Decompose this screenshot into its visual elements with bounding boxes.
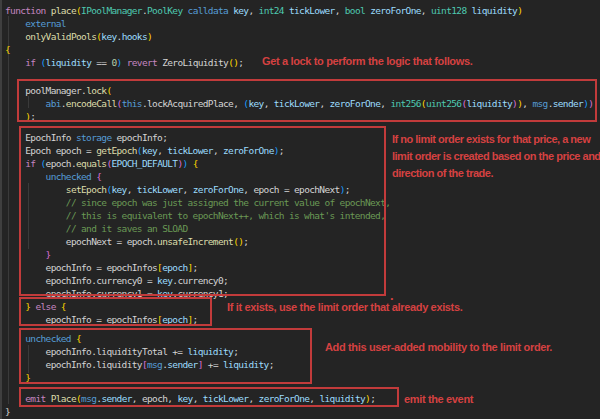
annotation-no-limit-order: If no limit order exists for that price,… — [392, 131, 600, 182]
annotation-box-epoch-creation — [19, 126, 386, 296]
editor-left-border — [0, 0, 2, 419]
annotation-add-mobility: Add this user-added mobility to the limi… — [325, 339, 552, 355]
annotation-if-exists: If it exists, use the limit order that a… — [227, 299, 462, 315]
code-editor: function place(IPoolManager.PoolKey call… — [0, 0, 600, 419]
annotation-box-unchecked-add — [19, 328, 312, 384]
code-line: function place(IPoolManager.PoolKey call… — [5, 4, 600, 17]
code-line: onlyValidPools(key.hooks) — [5, 30, 600, 43]
annotation-box-else-branch — [19, 297, 212, 326]
code-line: external — [5, 17, 600, 30]
annotation-get-lock: Get a lock to perform the logic that fol… — [262, 53, 472, 69]
annotation-box-emit — [19, 387, 399, 407]
annotation-emit-event: emit the event — [404, 391, 473, 407]
annotation-box-lock-call — [17, 79, 597, 122]
annotation-stray-period: . — [390, 288, 393, 304]
